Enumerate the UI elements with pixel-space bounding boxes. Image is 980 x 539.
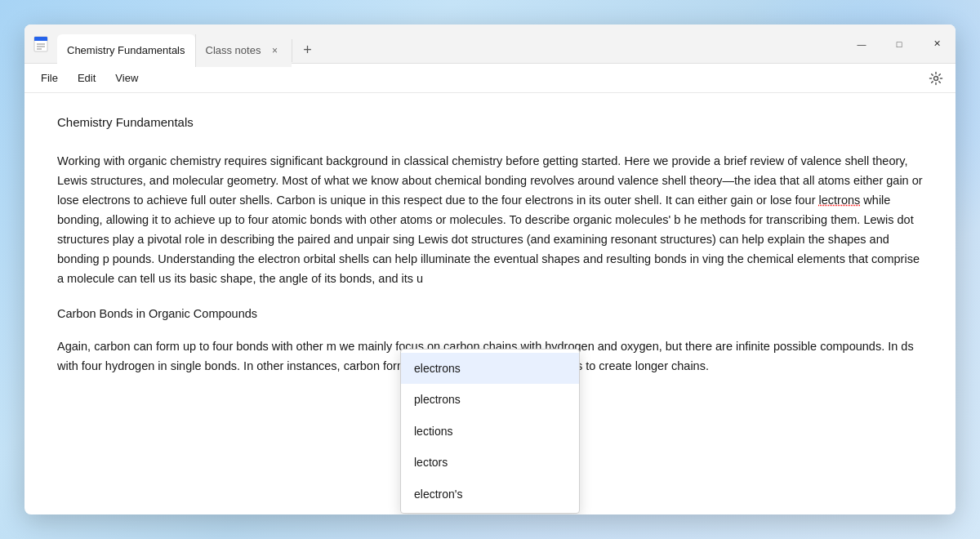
settings-icon: [929, 71, 943, 86]
maximize-button[interactable]: □: [880, 24, 918, 63]
settings-button[interactable]: [923, 65, 949, 91]
main-window: Chemistry Fundamentals Class notes × + —…: [24, 24, 956, 514]
tab-title: Chemistry Fundamentals: [67, 44, 185, 56]
close-button[interactable]: ✕: [918, 24, 956, 63]
spell-check-word: lectrons: [819, 194, 861, 207]
paragraph-1: Working with organic chemistry requires …: [57, 152, 923, 288]
title-bar: Chemistry Fundamentals Class notes × + —…: [24, 24, 956, 64]
app-icon: [24, 24, 57, 64]
window-controls: — □ ✕: [843, 24, 956, 63]
autocomplete-item-3[interactable]: lectors: [401, 447, 579, 478]
section-heading: Carbon Bonds in Organic Compounds: [57, 305, 923, 324]
document-body: Working with organic chemistry requires …: [57, 152, 923, 376]
document-title: Chemistry Fundamentals: [57, 113, 923, 132]
view-menu[interactable]: View: [105, 69, 148, 87]
file-menu[interactable]: File: [31, 69, 68, 87]
menu-bar: File Edit View: [24, 64, 956, 93]
active-tab[interactable]: Chemistry Fundamentals: [57, 34, 195, 67]
second-tab[interactable]: Class notes ×: [195, 34, 292, 67]
content-area[interactable]: Chemistry Fundamentals Working with orga…: [24, 93, 956, 514]
autocomplete-item-2[interactable]: lections: [401, 416, 579, 447]
minimize-button[interactable]: —: [843, 24, 880, 63]
autocomplete-item-4[interactable]: electron's: [401, 479, 579, 510]
svg-point-6: [934, 76, 938, 80]
autocomplete-dropdown: electrons plectrons lections lectors ele…: [400, 349, 580, 514]
new-tab-button[interactable]: +: [296, 39, 318, 62]
second-tab-label: Class notes: [206, 44, 261, 56]
notepad-icon: [32, 35, 50, 53]
svg-rect-2: [34, 39, 47, 41]
tab-close-button[interactable]: ×: [267, 43, 282, 58]
edit-menu[interactable]: Edit: [68, 69, 105, 87]
autocomplete-item-0[interactable]: electrons: [401, 353, 579, 384]
autocomplete-item-1[interactable]: plectrons: [401, 384, 579, 415]
